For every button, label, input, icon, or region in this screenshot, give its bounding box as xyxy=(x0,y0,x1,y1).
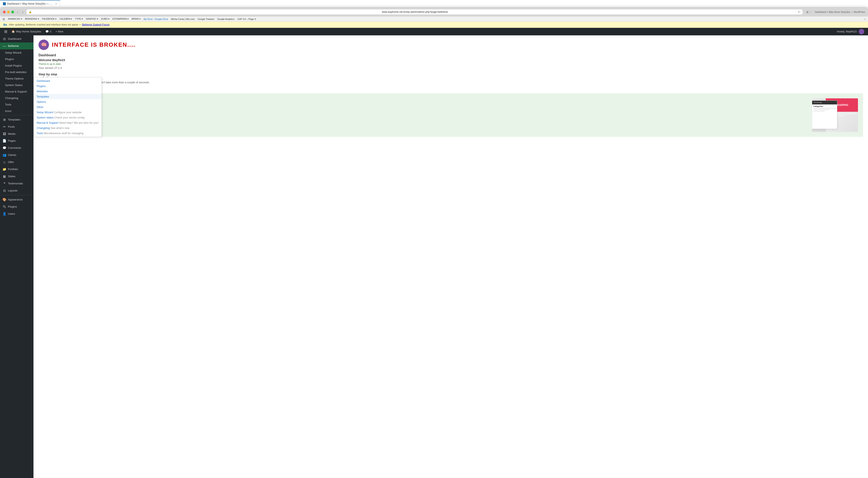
bookmark-graphic[interactable]: GRAPHIC ▾ xyxy=(86,18,98,20)
dropdown-item-other[interactable]: Other xyxy=(34,104,101,110)
bookmark-google-drive[interactable]: My Drive - Google Drive xyxy=(144,18,168,20)
sidebar-item-templates[interactable]: ⊞ Templates xyxy=(0,116,33,123)
reload-icon[interactable]: ↻ xyxy=(798,10,800,13)
comments-count: 0 xyxy=(50,30,51,33)
sidebar-item-theme-options[interactable]: Theme Options xyxy=(0,76,33,82)
dropdown-item-websites[interactable]: Websites xyxy=(34,89,101,94)
dropdown-item-templates[interactable]: Templates xyxy=(34,94,101,99)
new-label: + New xyxy=(56,30,63,33)
tab-close-btn[interactable]: ✕ xyxy=(55,2,57,5)
bookmark-animacao[interactable]: ANIMACAO ▾ xyxy=(8,18,22,20)
sidebar-item-media[interactable]: 🖼 Media xyxy=(0,130,33,137)
bookmark-cap3[interactable]: CAP 3.0 – Page 3 xyxy=(237,18,256,20)
wp-comments-item[interactable]: 💬 0 xyxy=(43,28,53,35)
bookmark-branding[interactable]: BRANDING ▾ xyxy=(25,18,39,20)
tab-favicon xyxy=(3,2,6,5)
sidebar-item-install-plugins[interactable]: Install Plugins xyxy=(0,62,33,69)
portfolio-label: Portfolio xyxy=(8,168,31,171)
dropdown-item-system-status[interactable]: System status Check your server config xyxy=(34,115,101,120)
pages-label: Pages xyxy=(8,139,31,142)
bookmark-google-translate[interactable]: Google Tradutor xyxy=(198,18,215,20)
sidebar-item-testimonials[interactable]: ❝ Testimonials xyxy=(0,180,33,187)
portfolio-icon: 📁 xyxy=(2,168,6,171)
sidebar-item-portfolio[interactable]: 📁 Portfolio xyxy=(0,166,33,173)
sidebar-item-offer[interactable]: ◇ Offer xyxy=(0,159,33,166)
back-button[interactable]: ‹ xyxy=(16,10,19,14)
sidebar-item-changelog[interactable]: Changelog xyxy=(0,95,33,101)
users-label: Users xyxy=(8,212,31,215)
bookmarks-bar: ⊞ ANIMACAO ▾ BRANDING ▾ FACEBOOK ▾ CELEB… xyxy=(0,17,868,22)
sidebar-item-comments[interactable]: 💬 Comments xyxy=(0,144,33,151)
wp-logo-item[interactable]: ⊞ xyxy=(2,28,9,35)
sidebar-item-clients[interactable]: 👥 Clients xyxy=(0,151,33,159)
posts-icon: ✏ xyxy=(2,125,6,129)
sidebar-item-plugins2[interactable]: 🔌 Plugins xyxy=(0,203,33,210)
dropdown-item-tools[interactable]: Tools Miscellaneous stuff for managing xyxy=(34,130,101,136)
tab-title: Dashboard « Way Home Soluções — WordPres… xyxy=(7,2,53,5)
wp-logo-icon: ⊞ xyxy=(4,29,7,34)
wp-main-layout: ⊟ Dashboard — Betheme Setup Wizard Plugi… xyxy=(0,35,868,478)
bookmark-type[interactable]: TYPE ▾ xyxy=(75,18,83,20)
close-button[interactable] xyxy=(3,11,6,13)
site-name-label: Way Home Soluções xyxy=(16,30,41,33)
betheme-label: Betheme xyxy=(8,44,31,48)
plugins-label: Plugins xyxy=(5,58,31,61)
sidebar-item-dashboard[interactable]: ⊟ Dashboard xyxy=(0,35,33,42)
system-status-label: System Status xyxy=(5,84,31,87)
users-icon: 👤 xyxy=(2,212,6,216)
dropdown-item-plugins[interactable]: Plugins xyxy=(34,84,101,89)
minimize-button[interactable] xyxy=(7,11,10,13)
dropdown-item-setup-wizard[interactable]: Setup Wizard Configure your website xyxy=(34,110,101,115)
templates-label: Templates xyxy=(8,118,31,121)
sidebar-item-plugins[interactable]: Plugins xyxy=(0,56,33,62)
pages-icon: 📄 xyxy=(2,139,6,143)
sidebar-item-icons[interactable]: Icons xyxy=(0,108,33,114)
step-title: Step by stepwebsite creator xyxy=(38,72,863,80)
tools-label: Tools xyxy=(5,103,31,106)
forward-button[interactable]: › xyxy=(21,10,25,14)
sidebar-item-system-status[interactable]: System Status xyxy=(0,82,33,88)
dropdown-item-dashboard[interactable]: Dashboard xyxy=(34,78,101,84)
bookmark-kubo[interactable]: KUBO ▾ xyxy=(101,18,110,20)
offer-icon: ◇ xyxy=(2,160,6,164)
notif-link[interactable]: Betheme Support Forum xyxy=(82,23,110,26)
dashboard-icon: ⊟ xyxy=(2,37,6,41)
sidebar-item-manual-support[interactable]: Manual & Support xyxy=(0,88,33,95)
main-content-area: 🧠 INTERFACE IS BROKEN.... Dashboard Welc… xyxy=(33,35,868,478)
welcome-strong: Welcome WayRe23 xyxy=(38,58,65,62)
browser-titlebar: ‹ › 🔒 www.wayhome.net.br/wp-admin/admin.… xyxy=(0,7,868,17)
manual-support-label: Manual & Support xyxy=(5,90,31,93)
comments-icon: 💬 xyxy=(45,30,49,33)
sidebar-item-setup-wizard[interactable]: Setup Wizard xyxy=(0,50,33,56)
bookmark-celebra[interactable]: CELEBRA ▾ xyxy=(59,18,72,20)
active-tab[interactable]: Dashboard « Way Home Soluções — WordPres… xyxy=(0,0,60,7)
sidebar-item-layouts[interactable]: ⊟ Layouts xyxy=(0,187,33,194)
sidebar-item-appearance[interactable]: 🎨 Appearance xyxy=(0,196,33,203)
betheme-icon: — xyxy=(2,44,6,48)
bookmark-brain[interactable]: BRAIN ▾ xyxy=(132,18,141,20)
setup-wizard-label: Setup Wizard xyxy=(5,51,31,54)
dropdown-item-changelog[interactable]: Changelog See what's new xyxy=(34,125,101,130)
sidebar-item-pages[interactable]: 📄 Pages xyxy=(0,137,33,144)
bookmark-estamparia[interactable]: ESTAMPARIA ▾ xyxy=(112,18,129,20)
bookmark-wix[interactable]: Minha Conta | Wix.com xyxy=(171,18,195,20)
sidebar-item-posts[interactable]: ✏ Posts xyxy=(0,123,33,130)
dropdown-item-manual-support[interactable]: Manual & Support Need help? We are here … xyxy=(34,120,101,125)
promo-banner: Betheme'sSidebar MenuBuilder Create Stun… xyxy=(38,93,863,137)
bookmark-facebook[interactable]: FACEBOOK ▾ xyxy=(42,18,57,20)
sidebar-item-slides[interactable]: ▦ Slides xyxy=(0,173,33,180)
wp-site-name[interactable]: 🏠 Way Home Soluções xyxy=(9,28,43,35)
sidebar-item-users[interactable]: 👤 Users xyxy=(0,210,33,217)
sidebar-item-betheme[interactable]: — Betheme xyxy=(0,42,33,50)
bookmark-google-analytics[interactable]: Google Analytics xyxy=(217,18,235,20)
address-bar[interactable]: 🔒 www.wayhome.net.br/wp-admin/admin.php?… xyxy=(27,9,803,14)
sidebar-item-prebuilt[interactable]: Pre-built websites xyxy=(0,69,33,76)
wp-sidebar: ⊟ Dashboard — Betheme Setup Wizard Plugi… xyxy=(0,35,33,478)
maximize-button[interactable] xyxy=(11,11,14,13)
more-bookmarks-icon[interactable]: » xyxy=(864,18,866,20)
sidebar-item-tools[interactable]: Tools xyxy=(0,101,33,108)
dropdown-item-options[interactable]: Options xyxy=(34,99,101,104)
site-icon: 🏠 xyxy=(11,30,15,33)
wp-new-item[interactable]: + New xyxy=(53,28,65,35)
appearance-label: Appearance xyxy=(8,198,31,201)
